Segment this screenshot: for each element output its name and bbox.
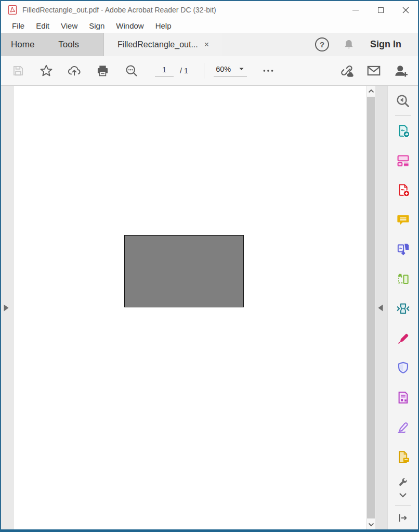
fill-and-sign-button[interactable] [395,330,411,346]
main-area [1,86,418,529]
chevron-down-icon [239,68,244,71]
create-pdf-icon [396,183,411,198]
organize-pages-icon [396,271,411,287]
toolbar-right-group [339,63,409,79]
tools-panel [387,86,418,529]
send-for-comments-button[interactable] [395,449,411,464]
send-for-comments-icon [396,449,411,464]
protect-pdf-button[interactable] [395,360,411,375]
more-tools-expander[interactable] [397,489,409,501]
expand-tools-pane-button[interactable] [396,511,410,525]
export-pdf-button[interactable] [395,123,411,138]
redact-button[interactable] [395,390,411,405]
chevron-down-icon [368,523,374,527]
share-link-cloud-icon [339,63,355,79]
page-number-input[interactable]: 1 [155,66,174,76]
comment-icon [396,212,411,227]
combine-files-button[interactable] [395,241,411,257]
chevron-down-icon [398,492,408,498]
more-tools-button[interactable] [397,476,409,488]
share-link-button[interactable] [339,63,355,79]
printer-icon [96,64,110,78]
save-to-cloud-button[interactable] [67,63,82,79]
nav-pane-strip [1,86,14,529]
help-icon[interactable]: ? [315,37,329,51]
scrollbar-thumb[interactable] [367,97,375,518]
tab-close-icon[interactable]: × [204,41,209,49]
favorite-button[interactable] [38,63,54,79]
minimize-button[interactable] [343,1,368,19]
menu-help[interactable]: Help [150,21,177,30]
zoom-level-value: 60% [216,65,231,73]
triangle-right-icon [4,304,9,312]
edit-pdf-button[interactable] [395,152,411,168]
search-tool-icon [395,93,411,109]
cloud-upload-icon [67,63,82,78]
signature-pen-icon [396,420,411,435]
zoom-level-dropdown[interactable]: 60% [214,65,247,76]
organize-pages-button[interactable] [395,271,411,287]
maximize-button[interactable] [368,1,393,19]
acrobat-app-icon [7,5,18,15]
window-title: FilledRectangle_out.pdf - Adobe Acrobat … [22,6,216,14]
menu-sign[interactable]: Sign [83,21,110,30]
search-icon [124,63,139,78]
filled-rectangle-shape [124,235,244,307]
menu-window[interactable]: Window [110,21,149,30]
request-signatures-button[interactable] [395,419,411,435]
redact-icon [396,390,411,405]
menu-edit[interactable]: Edit [30,21,55,30]
menu-bar: File Edit View Sign Window Help [1,19,418,33]
save-icon [11,64,25,77]
combine-files-icon [396,242,411,257]
scroll-up-button[interactable] [366,86,375,96]
add-profile-button[interactable] [393,63,409,79]
expand-pane-icon [397,512,409,524]
acrobat-reader-window: FilledRectangle_out.pdf - Adobe Acrobat … [0,0,419,532]
toolbar: 1 / 1 60% [1,56,418,86]
more-options-button[interactable] [260,63,276,79]
maximize-icon [378,7,384,13]
tab-bar-right: ? Sign In [222,33,418,56]
edit-pdf-icon [396,153,411,168]
find-button[interactable] [124,63,139,79]
close-icon [402,7,409,14]
print-button[interactable] [95,63,110,79]
export-pdf-icon [396,123,411,138]
sign-in-button[interactable]: Sign In [370,39,401,50]
comment-button[interactable] [395,212,411,227]
page-count-label: / 1 [180,67,188,75]
title-bar: FilledRectangle_out.pdf - Adobe Acrobat … [1,1,418,19]
star-icon [39,63,54,78]
envelope-icon [366,63,382,79]
create-pdf-button[interactable] [395,182,411,198]
minimize-icon [352,10,359,10]
close-button[interactable] [393,1,418,19]
fill-sign-pen-icon [396,331,411,346]
tab-document[interactable]: FilledRectangle_out... × [103,33,222,56]
tab-document-label: FilledRectangle_out... [117,40,198,49]
expand-left-pane-button[interactable] [4,304,11,313]
search-tool-button[interactable] [395,93,411,109]
window-controls [343,1,418,19]
wrench-icon [397,476,409,488]
compress-pdf-button[interactable] [395,301,411,316]
chevron-up-icon [368,89,374,93]
notifications-bell-icon[interactable] [342,38,356,51]
triangle-left-icon [378,304,383,312]
menu-view[interactable]: View [55,21,83,30]
panel-divider [395,115,411,116]
menu-file[interactable]: File [6,21,30,30]
person-add-icon [393,63,409,79]
tab-home[interactable]: Home [2,33,43,56]
tab-tools[interactable]: Tools [49,33,88,56]
send-email-button[interactable] [366,63,382,79]
save-button[interactable] [10,63,26,79]
toolbar-divider [204,63,204,79]
tools-pane-strip [375,86,387,529]
scroll-down-button[interactable] [366,520,375,529]
vertical-scrollbar[interactable] [366,86,375,529]
collapse-right-pane-button[interactable] [378,304,385,313]
scrollbar-track[interactable] [366,96,375,520]
panel-divider [395,505,411,506]
